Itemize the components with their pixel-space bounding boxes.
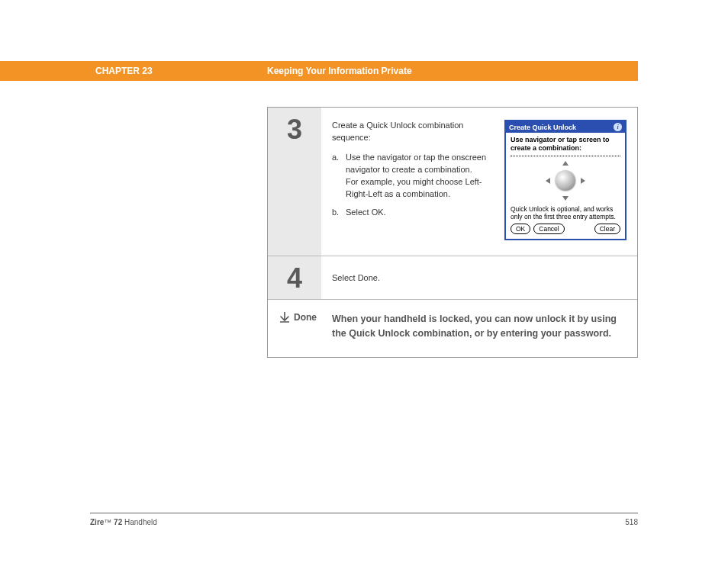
pda-clear-button: Clear <box>594 224 620 234</box>
trademark-symbol: ™ <box>104 518 111 526</box>
substep-b: b. Select OK. <box>332 207 497 219</box>
nav-center-icon <box>556 171 575 191</box>
step-body: Select Done. <box>321 256 637 299</box>
done-text: When your handheld is locked, you can no… <box>321 300 637 358</box>
substep-b-text: Select OK. <box>346 207 497 219</box>
page-footer: Zire™ 72 Handheld 518 <box>90 513 638 526</box>
product-type: Handheld <box>122 518 157 526</box>
page-number: 518 <box>625 518 638 526</box>
done-arrow-icon <box>280 312 289 323</box>
done-label: Done <box>294 312 317 323</box>
step-number: 4 <box>268 256 321 299</box>
pda-note: Quick Unlock is optional, and works only… <box>511 205 620 220</box>
product-name: Zire™ 72 Handheld <box>90 518 157 526</box>
substep-b-label: b. <box>332 207 346 219</box>
product-model: 72 <box>111 518 122 526</box>
section-title: Keeping Your Information Private <box>267 61 412 81</box>
chapter-header: CHAPTER 23 Keeping Your Information Priv… <box>0 61 638 81</box>
substep-a-text: Use the navigator or tap the onscreen na… <box>346 152 497 201</box>
pda-input-line <box>511 156 620 156</box>
nav-down-icon <box>562 196 569 201</box>
pda-ok-button: OK <box>511 224 530 234</box>
nav-left-icon <box>546 178 550 184</box>
steps-table: 3 Create a Quick Unlock combination sequ… <box>267 107 638 358</box>
step-row-3: 3 Create a Quick Unlock combination sequ… <box>268 108 637 256</box>
step-number: 3 <box>268 108 321 256</box>
pda-button-row: OK Cancel Clear <box>511 224 620 234</box>
pda-instruction: Use navigator or tap screen to create a … <box>511 136 620 153</box>
product-brand: Zire <box>90 518 104 526</box>
nav-up-icon <box>562 161 569 166</box>
substep-a: a. Use the navigator or tap the onscreen… <box>332 152 497 201</box>
pda-titlebar: Create Quick Unlock i <box>506 121 625 133</box>
pda-cancel-button: Cancel <box>533 224 564 234</box>
nav-right-icon <box>581 178 585 184</box>
step-body: Create a Quick Unlock combination sequen… <box>321 108 637 256</box>
step-row-4: 4 Select Done. <box>268 256 637 300</box>
info-icon: i <box>614 123 622 131</box>
substep-a-label: a. <box>332 152 346 201</box>
pda-screenshot: Create Quick Unlock i Use navigator or t… <box>504 120 627 240</box>
pda-title-text: Create Quick Unlock <box>509 124 576 131</box>
done-label-cell: Done <box>268 300 321 358</box>
pda-navigator <box>546 161 585 201</box>
chapter-number: CHAPTER 23 <box>95 61 153 81</box>
step-row-done: Done When your handheld is locked, you c… <box>268 300 637 358</box>
step-intro: Create a Quick Unlock combination sequen… <box>332 120 497 144</box>
